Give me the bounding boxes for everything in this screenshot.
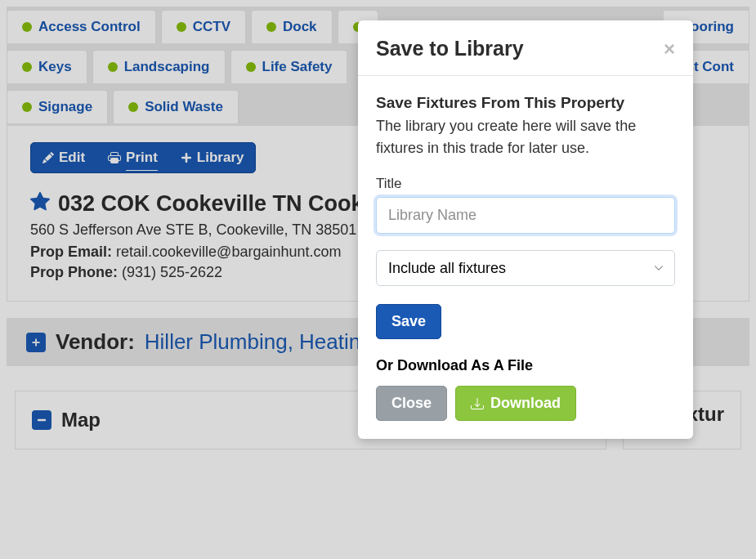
title-field-label: Title (376, 176, 675, 192)
save-button[interactable]: Save (376, 304, 441, 339)
modal-section-heading: Save Fixtures From This Property (376, 94, 675, 112)
download-icon (471, 397, 484, 410)
close-icon[interactable]: × (664, 38, 675, 60)
save-library-modal: Save to Library × Save Fixtures From Thi… (358, 20, 693, 439)
library-name-input[interactable] (376, 197, 675, 234)
download-heading: Or Download As A File (376, 357, 675, 374)
fixtures-scope-select[interactable]: Include all fixtures (376, 250, 675, 286)
close-button[interactable]: Close (376, 386, 447, 421)
download-label: Download (490, 395, 561, 412)
modal-title: Save to Library (376, 37, 524, 60)
modal-section-desc: The library you create here will save th… (376, 115, 675, 159)
download-button[interactable]: Download (455, 386, 576, 421)
